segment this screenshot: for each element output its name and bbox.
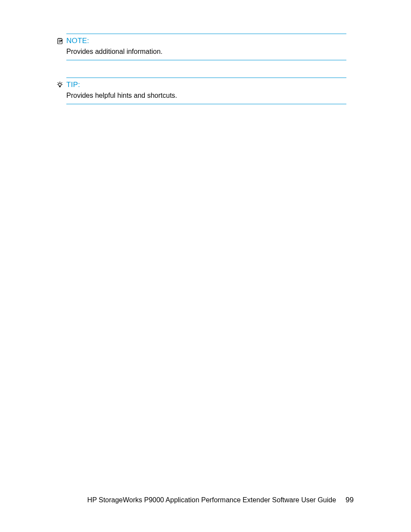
- note-top-rule: [66, 34, 346, 34]
- note-title: NOTE:: [66, 37, 89, 45]
- note-callout: NOTE: Provides additional information.: [56, 0, 346, 60]
- footer-title: HP StorageWorks P9000 Application Perfor…: [87, 496, 336, 504]
- tip-bottom-rule: [66, 104, 346, 104]
- tip-body: Provides helpful hints and shortcuts.: [66, 92, 346, 100]
- lightbulb-icon: [56, 81, 64, 89]
- tip-title: TIP:: [66, 81, 80, 89]
- note-icon: [56, 37, 64, 45]
- page-footer: HP StorageWorks P9000 Application Perfor…: [87, 496, 354, 504]
- document-page: NOTE: Provides additional information. T…: [0, 0, 411, 532]
- tip-top-rule: [66, 78, 346, 78]
- note-body: Provides additional information.: [66, 48, 346, 56]
- svg-point-1: [59, 83, 61, 86]
- tip-header: TIP:: [56, 81, 346, 89]
- footer-page-number: 99: [346, 496, 354, 504]
- tip-callout: TIP: Provides helpful hints and shortcut…: [56, 60, 346, 104]
- note-header: NOTE:: [56, 37, 346, 45]
